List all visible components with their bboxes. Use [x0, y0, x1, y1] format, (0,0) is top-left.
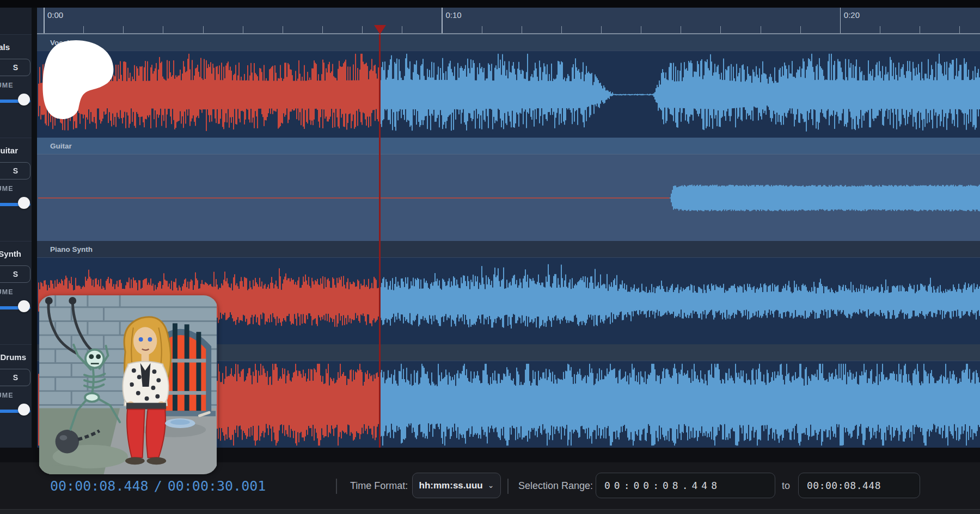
track-lane-vocals[interactable]	[37, 51, 980, 138]
sidebar-section-guitar: Guitar S VOLUME	[0, 138, 32, 241]
selection-end-input[interactable]: 00:00:08.448	[798, 473, 920, 498]
sidebar-track-name: Drums	[0, 352, 26, 362]
time-format-dropdown[interactable]: hh:mm:ss.uuu ⌄	[412, 473, 501, 498]
ruler-minor-tick	[123, 26, 124, 33]
playhead-line[interactable]	[379, 34, 381, 448]
sidebar-track-name: Piano Synth	[0, 249, 21, 258]
ruler-minor-tick	[243, 26, 243, 33]
ruler-major-tick	[44, 8, 45, 33]
track-controls-sidebar: Vocals S VOLUME Guitar S VOLUME Piano Sy…	[0, 8, 32, 448]
ruler-minor-tick	[402, 26, 402, 33]
sidebar-section-piano-synth: Piano Synth S VOLUME	[0, 241, 32, 345]
prison-artwork	[38, 295, 218, 474]
ruler-minor-tick	[681, 26, 681, 33]
sidebar-track-name: Guitar	[0, 146, 18, 155]
ruler-minor-tick	[322, 26, 323, 33]
vocals-waveform[interactable]	[37, 51, 980, 138]
sidebar-section-drums: Drums S VOLUME	[0, 344, 32, 448]
sidebar-divider	[32, 8, 37, 448]
to-label: to	[782, 462, 790, 509]
volume-slider-knob[interactable]	[18, 404, 30, 416]
ruler-minor-tick	[920, 26, 920, 33]
time-divider: /	[154, 478, 162, 494]
top-bar	[0, 0, 980, 8]
solo-button[interactable]: S	[0, 59, 30, 76]
time-format-label: Time Format:	[350, 462, 408, 509]
total-time: 00:00:30.001	[168, 478, 266, 494]
volume-label: VOLUME	[0, 288, 13, 296]
solo-button[interactable]: S	[0, 369, 30, 386]
ruler-minor-tick	[720, 26, 721, 33]
ruler-minor-tick	[601, 26, 602, 33]
volume-slider-knob[interactable]	[18, 300, 30, 312]
audio-editor-window: 0:000:100:20 VocalsGuitarPiano SynthDrum…	[0, 0, 980, 514]
current-time: 00:00:08.448	[50, 478, 149, 494]
ruler-major-tick	[442, 8, 443, 33]
volume-label: VOLUME	[0, 392, 13, 399]
volume-label: VOLUME	[0, 185, 13, 193]
ruler-major-tick	[840, 8, 841, 33]
selection-range-label: Selection Range:	[518, 462, 593, 509]
time-format-value: hh:mm:ss.uuu	[419, 480, 483, 491]
prison-artwork-image	[38, 295, 218, 474]
ruler-time-label: 0:10	[445, 10, 461, 20]
track-name-label: Piano Synth	[50, 245, 93, 253]
track-header-vocals[interactable]: Vocals	[37, 34, 980, 51]
separator	[336, 479, 337, 494]
ruler-time-label: 0:00	[47, 10, 63, 20]
ruler-minor-tick	[163, 26, 163, 33]
ruler-minor-tick	[880, 26, 880, 33]
ruler-minor-tick	[641, 26, 641, 33]
track-header-guitar[interactable]: Guitar	[37, 138, 980, 154]
ruler-time-label: 0:20	[844, 10, 860, 20]
guitar-waveform[interactable]	[37, 154, 980, 241]
selection-start-input[interactable]: 00:00:08.448	[596, 473, 775, 498]
ruler-minor-tick	[561, 26, 562, 33]
ruler-minor-tick	[761, 26, 761, 33]
volume-label: VOLUME	[0, 82, 13, 89]
volume-slider-knob[interactable]	[18, 197, 30, 209]
volume-slider-knob[interactable]	[18, 94, 30, 106]
sidebar-track-name: Vocals	[0, 42, 10, 52]
ruler-minor-tick	[959, 26, 960, 33]
solo-button[interactable]: S	[0, 162, 30, 179]
ruler-minor-tick	[522, 26, 522, 33]
solo-button[interactable]: S	[0, 265, 30, 283]
chevron-down-icon: ⌄	[488, 481, 494, 490]
track-lane-guitar[interactable]	[37, 154, 980, 241]
ruler-minor-tick	[83, 26, 84, 33]
ruler-minor-tick	[203, 26, 204, 33]
track-header-piano-synth[interactable]: Piano Synth	[37, 241, 980, 257]
timeline-ruler[interactable]: 0:000:100:20	[37, 8, 980, 34]
track-name-label: Guitar	[50, 142, 72, 150]
white-blob-overlay	[41, 37, 118, 123]
ruler-minor-tick	[482, 26, 482, 33]
separator	[507, 479, 509, 494]
sidebar-section-vocals: Vocals S VOLUME	[0, 34, 32, 138]
ruler-minor-tick	[800, 26, 801, 33]
ruler-minor-tick	[362, 26, 363, 33]
playhead-handle[interactable]	[374, 25, 386, 34]
bottom-strip	[0, 509, 980, 514]
ruler-minor-tick	[283, 26, 283, 33]
